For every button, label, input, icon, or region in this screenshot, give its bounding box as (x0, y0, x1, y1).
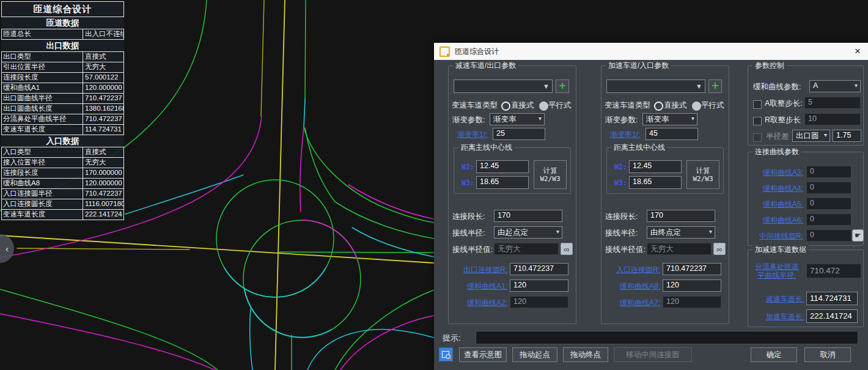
cancel-button[interactable]: 取消 (804, 347, 851, 362)
radius-diff-label: 半径差 (766, 131, 789, 142)
spiral-param-select[interactable]: A ▾ (809, 80, 861, 92)
table-row: 匝道总长 出入口不连续 (2, 29, 123, 40)
radio-direct-label[interactable]: 直接式 (511, 100, 534, 111)
calc-w2-w3-button[interactable]: 计算 W2/W3 (686, 160, 719, 189)
distance-centerline-group: 距离主线中心线 W2: 12.45 W3: 18.65 计算 W2/W3 (454, 147, 571, 194)
spiral-a8-input[interactable]: 120 (663, 279, 721, 292)
magenta-upper-right (348, 185, 434, 219)
calc-w2-w3-button[interactable]: 计算 W2/W3 (534, 160, 567, 189)
taper-rate-input[interactable]: 45 (645, 128, 698, 140)
spiral-a2-link[interactable]: 缓和曲线A2: (450, 298, 507, 308)
r-step-checkbox[interactable] (753, 117, 762, 125)
conn-length-input[interactable]: 170 (494, 210, 562, 222)
accel-length-input[interactable]: 222.141724 (806, 309, 858, 323)
w2-input[interactable]: 12.45 (476, 160, 529, 173)
radio-parallel-type[interactable] (539, 102, 548, 111)
conn-radius-label: 接线半径: (452, 228, 485, 239)
move-mid-circle-button: 移动中间连接圆 (614, 347, 692, 362)
road-edge-vertical (261, 0, 264, 116)
dropdown-chevron-icon: ▾ (691, 115, 694, 122)
dropdown-chevron-icon: ▾ (709, 228, 712, 235)
radio-direct-type[interactable] (501, 102, 510, 111)
infinity-button[interactable]: ∞ (561, 243, 573, 255)
spiral-a6-link[interactable]: 缓和曲线A6: (751, 215, 803, 226)
taper-param-select[interactable]: 渐变率 ▾ (642, 113, 697, 125)
table-row: 连接段长度170.000000 (2, 168, 123, 179)
spiral-a7-link[interactable]: 缓和曲线A7: (603, 298, 660, 308)
cyan-lower-left (250, 309, 252, 370)
radius-diff-select[interactable]: 出口圆 ▾ (792, 130, 830, 142)
spiral-a1-link[interactable]: 缓和曲线A1: (450, 281, 507, 292)
pick-on-screen-button[interactable]: ☛ (852, 229, 864, 242)
spiral-a4-link[interactable]: 缓和曲线A4: (751, 183, 803, 194)
magenta-center-vertical (300, 127, 304, 212)
conn-radius-select[interactable]: 由终点定 ▾ (647, 226, 715, 239)
accel-length-link[interactable]: 加速车道长: (749, 312, 804, 322)
taper-rate-link[interactable]: 渐变率1/: (457, 130, 487, 140)
lane-data-title: 加减速车道数据 (752, 245, 809, 255)
application-window: 匝道综合设计 匝道数据 匝道总长 出入口不连续 出口数据 出口类型直接式 引出位… (0, 0, 868, 370)
marker-dot-icon (449, 357, 451, 359)
view-sketch-button[interactable]: 查看示意图 (459, 347, 507, 362)
conn-radius-value-input: 无穷大 (494, 243, 559, 255)
taper-rate-input[interactable]: 25 (493, 128, 545, 140)
conn-radius-select[interactable]: 由起点定 ▾ (494, 226, 562, 239)
ramp-lower-left (0, 289, 218, 370)
conn-length-input[interactable]: 170 (647, 210, 715, 222)
radio-parallel-label[interactable]: 平行式 (701, 100, 724, 111)
w3-input[interactable]: 18.65 (629, 176, 682, 189)
ramp-design-dialog: 匝道综合设计 × 减速车道/出口参数 ▼ + 变速车道类型 直接式 平行式 渐变… (434, 43, 868, 370)
spiral-a5-link[interactable]: 缓和曲线A5: (751, 199, 803, 210)
nose-radius-link[interactable]: 分流鼻处匝道 平曲线半径: (749, 262, 804, 279)
radius-diff-input[interactable]: 1.75 (833, 130, 861, 142)
close-icon[interactable]: × (855, 43, 861, 59)
ramp-edge-top (305, 0, 306, 99)
radio-direct-label[interactable]: 直接式 (664, 100, 687, 111)
radio-direct-type[interactable] (654, 102, 663, 111)
w3-input[interactable]: 18.65 (476, 176, 529, 189)
infinity-button[interactable]: ∞ (713, 243, 726, 255)
spiral-a3-link[interactable]: 缓和曲线A3: (751, 168, 803, 178)
a-step-checkbox[interactable] (753, 100, 762, 109)
decel-ramp-select[interactable]: ▼ (454, 80, 553, 93)
r-step-label: R取整步长 (765, 115, 801, 125)
dialog-titlebar[interactable]: 匝道综合设计 × (434, 43, 868, 60)
ramp-data-table: 匝道综合设计 匝道数据 匝道总长 出入口不连续 出口数据 出口类型直接式 引出位… (1, 1, 124, 220)
main-road-vertical (275, 0, 285, 370)
entrance-circle-input[interactable]: 710.472237 (663, 263, 721, 275)
dropdown-arrow-icon: ▼ (543, 83, 550, 90)
drag-end-button[interactable]: 拖动终点 (563, 347, 608, 362)
mid-circle-input: 0 (806, 229, 851, 242)
r-step-input: 10 (804, 113, 861, 125)
radio-parallel-label[interactable]: 平行式 (548, 100, 572, 111)
spiral-a1-input[interactable]: 120 (510, 279, 568, 292)
radius-diff-checkbox[interactable] (753, 133, 762, 142)
drag-start-button[interactable]: 拖动起点 (512, 347, 557, 362)
spiral-a4-input: 0 (806, 182, 851, 194)
taper-param-select[interactable]: 渐变率 ▾ (490, 113, 545, 125)
conn-radius-value-label: 接线半径值: (452, 245, 493, 255)
add-ramp-button[interactable]: + (556, 80, 569, 93)
radio-parallel-type[interactable] (692, 102, 701, 111)
dropdown-chevron-icon: ▾ (855, 82, 858, 89)
section-header-exit: 出口数据 (1, 40, 124, 51)
spiral-a8-link[interactable]: 缓和曲线A8: (603, 281, 660, 292)
table-row: 分流鼻处平曲线半径710.472237 (2, 114, 123, 125)
conn-radius-value-label: 接线半径值: (605, 245, 645, 255)
conn-length-label: 连接段长: (452, 212, 485, 222)
taper-rate-link[interactable]: 渐变率1/: (610, 130, 640, 140)
table-row: 变速车道长度222.141724 (2, 210, 123, 220)
add-ramp-button[interactable]: + (708, 80, 722, 93)
decel-length-input[interactable]: 114.724731 (806, 292, 858, 305)
entrance-circle-link[interactable]: 入口连接圆R: (603, 265, 660, 275)
hint-input[interactable] (476, 331, 858, 344)
mid-circle-link[interactable]: 中间接线圆R: (751, 231, 803, 242)
ok-button[interactable]: 确定 (751, 347, 797, 362)
spiral-a7-input: 120 (663, 296, 721, 308)
quick-view-button[interactable] (439, 347, 453, 361)
exit-circle-input[interactable]: 710.472237 (510, 263, 568, 275)
w2-input[interactable]: 12.45 (629, 160, 682, 173)
exit-circle-link[interactable]: 出口连接圆R: (450, 265, 507, 275)
decel-length-link[interactable]: 减速车道长: (749, 294, 804, 305)
accel-ramp-select[interactable]: ▼ (606, 80, 705, 93)
